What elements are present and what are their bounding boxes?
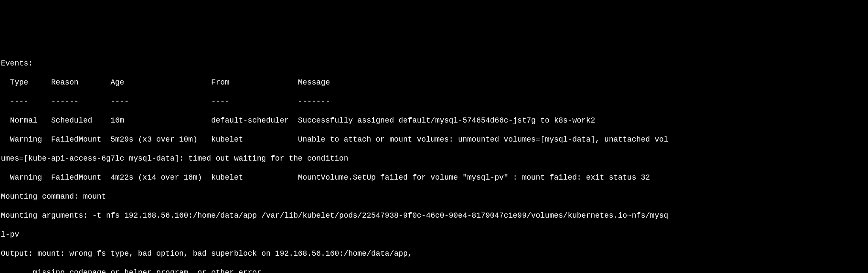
event-failedmount-1a: Warning FailedMount 5m29s (x3 over 10m) … <box>1 135 867 145</box>
mount-output-1: Output: mount: wrong fs type, bad option… <box>1 249 867 259</box>
event-failedmount-1b: umes=[kube-api-access-6g7lc mysql-data]:… <box>1 154 867 164</box>
mount-command: Mounting command: mount <box>1 192 867 202</box>
terminal-output: Events: Type Reason Age From Message ---… <box>0 48 868 273</box>
column-headers-separator: ---- ------ ---- ---- ------- <box>1 97 867 106</box>
event-scheduled: Normal Scheduled 16m default-scheduler S… <box>1 116 867 126</box>
events-header: Events: <box>1 59 867 68</box>
event-failedmount-2: Warning FailedMount 4m22s (x14 over 16m)… <box>1 173 867 183</box>
column-headers: Type Reason Age From Message <box>1 78 867 87</box>
mount-arguments-b: l-pv <box>1 230 867 240</box>
mount-arguments-a: Mounting arguments: -t nfs 192.168.56.16… <box>1 211 867 221</box>
mount-output-2: missing codepage or helper program, or o… <box>1 268 867 273</box>
